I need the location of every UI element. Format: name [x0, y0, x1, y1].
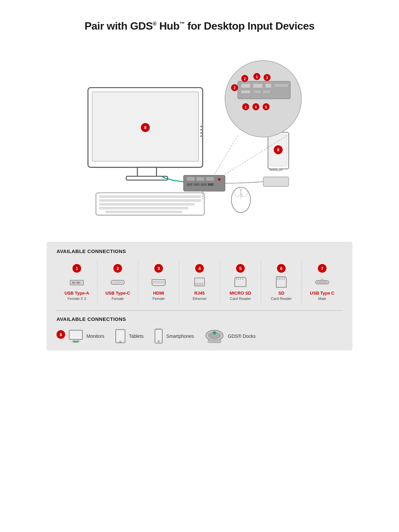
connection-hdmi: 3 HDMI Female [138, 261, 179, 304]
conn-label-sub-3: Female [153, 296, 165, 301]
svg-rect-7 [200, 135, 202, 137]
conn-label-sub-2: Female [112, 296, 124, 301]
usb-a-icon [68, 276, 85, 288]
badge-7: 7 [318, 264, 327, 273]
badge-4: 4 [195, 264, 204, 273]
gds-docks-label: GDS® Docks [228, 333, 255, 339]
svg-rect-13 [206, 177, 214, 181]
conn-label-main-5: MICRO SD [230, 291, 251, 296]
svg-point-106 [120, 341, 121, 342]
conn-label-sub-7: Male [318, 296, 326, 301]
svg-rect-41 [265, 83, 271, 88]
usb-c-male-icon [314, 276, 331, 288]
diagram-svg: 8 [47, 46, 352, 232]
svg-point-109 [158, 341, 159, 342]
conn2-smartphones: Smartphones [154, 329, 194, 344]
svg-text:1: 1 [256, 75, 258, 79]
svg-rect-2 [137, 167, 157, 177]
svg-text:3: 3 [266, 76, 268, 80]
conn2-tablets: Tablets [115, 329, 144, 343]
badge-2: 2 [113, 264, 122, 273]
svg-rect-4 [200, 126, 202, 127]
svg-rect-105 [117, 331, 124, 341]
svg-rect-30 [263, 177, 289, 187]
badge-8: 8 [57, 330, 65, 339]
svg-rect-100 [70, 331, 81, 338]
monitor-icon [68, 330, 83, 343]
svg-text:8: 8 [144, 125, 147, 130]
svg-point-29 [240, 194, 243, 197]
svg-rect-64 [72, 282, 75, 284]
svg-rect-11 [187, 177, 195, 181]
svg-rect-103 [73, 341, 78, 342]
conn-label-sub-5: Card Reader [230, 296, 251, 301]
gds-dock-icon [204, 329, 224, 343]
usb-c-icon [109, 276, 126, 288]
conn2-monitors: 8 Monitors [57, 330, 104, 343]
conn-label-main-7: USB Type C [310, 291, 334, 296]
svg-rect-21 [99, 199, 201, 202]
svg-rect-24 [105, 211, 182, 213]
badge-3: 3 [154, 264, 163, 273]
svg-rect-98 [317, 281, 328, 283]
svg-point-34 [277, 169, 280, 171]
svg-text:1: 1 [245, 105, 247, 109]
conn-label-sub-4: Ethernet [193, 296, 206, 301]
monitors-label: Monitors [86, 333, 104, 339]
svg-rect-45 [263, 90, 271, 93]
svg-rect-108 [156, 331, 161, 340]
svg-rect-6 [200, 132, 202, 134]
conn-label-main-6: SD [278, 291, 284, 296]
divider [57, 310, 342, 311]
svg-text:8: 8 [277, 148, 279, 152]
page-title: Pair with GDS® Hub™ for Desktop Input De… [47, 20, 352, 32]
tablet-icon [115, 329, 126, 343]
rj45-icon [191, 276, 208, 288]
micro-sd-icon [232, 276, 249, 288]
svg-point-112 [213, 331, 216, 334]
svg-rect-42 [274, 83, 288, 87]
connections-title-1: AVAILABLE CONNECTIONS [57, 248, 342, 254]
svg-text:2: 2 [244, 77, 246, 81]
svg-rect-40 [253, 83, 263, 88]
badge-1: 1 [72, 264, 81, 273]
svg-rect-65 [76, 282, 80, 284]
conn-label-main-1: USB Type-A [65, 291, 89, 296]
svg-rect-113 [208, 340, 221, 343]
hdmi-icon [150, 276, 167, 288]
svg-rect-15 [194, 183, 200, 186]
tablets-label: Tablets [129, 333, 144, 339]
conn-label-main-4: RJ45 [194, 291, 204, 296]
main-container: Pair with GDS® Hub™ for Desktop Input De… [40, 0, 359, 364]
badge-6: 6 [277, 264, 286, 273]
conn-label-main-3: HDMI [153, 291, 164, 296]
svg-line-60 [214, 135, 238, 175]
smartphone-icon [154, 329, 163, 344]
svg-rect-14 [187, 183, 193, 186]
conn2-docks: GDS® Docks [204, 329, 255, 343]
svg-rect-20 [99, 196, 201, 198]
svg-rect-12 [196, 177, 204, 181]
svg-rect-39 [241, 83, 251, 88]
svg-text:6: 6 [255, 105, 257, 109]
connections-row-1: 1 USB Type-A Female X 3 2 [57, 261, 342, 304]
conn-label-sub-6: Card Reader [271, 296, 292, 301]
connection-usb-type-c-female: 2 USB Type-C Female [97, 261, 138, 304]
svg-rect-23 [99, 207, 188, 209]
connection-sd: 6 SD Card Reader [261, 261, 302, 304]
svg-rect-43 [241, 90, 251, 93]
sd-icon [273, 276, 290, 288]
connection-usb-type-a: 1 USB Type-A Female X 3 [57, 261, 97, 304]
conn-label-main-2: USB Type-C [105, 291, 130, 296]
connections-row-2: 8 Monitors Tablets [57, 329, 342, 344]
connections-panel-wrapper: AVAILABLE CONNECTIONS 1 USB Type-A Femal… [47, 242, 352, 350]
connection-rj45: 4 RJ45 Ethernet [179, 261, 220, 304]
svg-rect-44 [253, 90, 261, 93]
svg-rect-5 [200, 129, 202, 130]
svg-rect-16 [201, 183, 206, 186]
connection-micro-sd: 5 MICRO SD Card Reader [220, 261, 261, 304]
title-section: Pair with GDS® Hub™ for Desktop Input De… [47, 20, 352, 32]
connections-title-2: AVAILABLE CONNECTIONS [57, 316, 342, 322]
svg-text:2: 2 [233, 86, 235, 90]
svg-point-18 [218, 178, 221, 181]
